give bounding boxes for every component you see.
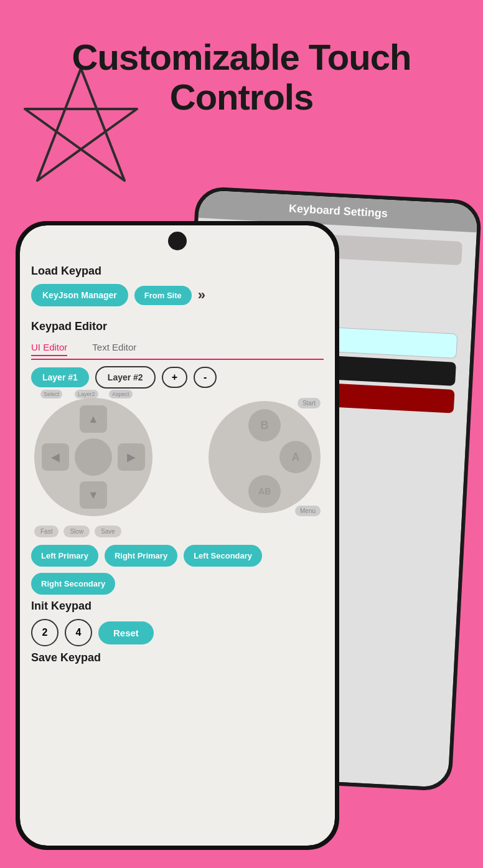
left-primary-button[interactable]: Left Primary [31, 545, 98, 567]
button-b[interactable]: B [248, 409, 281, 441]
hero-title-line2: Controls [170, 77, 313, 117]
tab-divider [31, 359, 324, 360]
layer1-button[interactable]: Layer #1 [31, 367, 89, 387]
right-primary-button[interactable]: Right Primary [105, 545, 177, 567]
from-site-button[interactable]: From Site [134, 286, 192, 305]
editor-tabs: UI Editor Text Editor [31, 342, 324, 356]
phone-content: Load Keypad KeyJson Manager From Site » … [20, 225, 335, 846]
button-ab[interactable]: AB [248, 475, 281, 507]
aspect-label[interactable]: Aspect [109, 390, 133, 399]
keyjson-manager-button[interactable]: KeyJson Manager [31, 284, 128, 306]
keyboard-settings-title: Keyboard Settings [288, 202, 388, 219]
layer2-button[interactable]: Layer #2 [95, 366, 156, 389]
color-buttons-row: Left Primary Right Primary Left Secondar… [31, 545, 324, 595]
tab-ui-editor[interactable]: UI Editor [31, 342, 67, 356]
init-keypad-row: 2 4 Reset [31, 619, 324, 646]
tab-text-editor[interactable]: Text Editor [92, 342, 136, 356]
dpad-container: Select Layer2 Aspect ▲ ▼ ◀ ▶ [34, 395, 152, 519]
reset-button[interactable]: Reset [98, 621, 154, 644]
keypad-editor-header: Keypad Editor [31, 315, 324, 339]
hero-title: Customizable Touch Controls [0, 37, 483, 117]
layer-row: Layer #1 Layer #2 + - [31, 366, 324, 389]
dpad-circle: ▲ ▼ ◀ ▶ [34, 398, 152, 516]
dpad-center [75, 438, 112, 476]
num1-button[interactable]: 2 [31, 619, 59, 646]
add-layer-button[interactable]: + [162, 367, 187, 388]
bottom-small-buttons: Fast Slow Save [34, 526, 324, 537]
fast-button[interactable]: Fast [34, 526, 59, 537]
keypad-editor-phone: Load Keypad KeyJson Manager From Site » … [16, 221, 339, 850]
dpad-up-button[interactable]: ▲ [80, 405, 107, 433]
phone-notch [168, 232, 187, 250]
action-buttons-container: Start B A AB Menu [209, 398, 321, 516]
gamepad-area: Select Layer2 Aspect ▲ ▼ ◀ ▶ Start B [31, 395, 324, 519]
keypad-editor-title: Keypad Editor [31, 320, 107, 333]
select-label[interactable]: Select [40, 390, 62, 399]
init-keypad-title: Init Keypad [31, 600, 324, 613]
save-button[interactable]: Save [95, 526, 121, 537]
load-keypad-row: KeyJson Manager From Site » [31, 284, 324, 306]
dpad-left-button[interactable]: ◀ [42, 443, 69, 471]
right-secondary-button[interactable]: Right Secondary [31, 573, 115, 595]
layer2-label[interactable]: Layer2 [75, 390, 98, 399]
menu-button[interactable]: Menu [295, 506, 321, 516]
dpad-down-button[interactable]: ▼ [80, 481, 107, 509]
save-keypad-title: Save Keypad [31, 651, 324, 664]
load-keypad-title: Load Keypad [31, 265, 324, 278]
button-a[interactable]: A [279, 441, 312, 473]
num2-button[interactable]: 4 [65, 619, 92, 646]
hero-title-line1: Customizable Touch [72, 37, 411, 77]
remove-layer-button[interactable]: - [194, 367, 217, 388]
left-secondary-button[interactable]: Left Secondary [184, 545, 262, 567]
dpad-right-button[interactable]: ▶ [118, 443, 145, 471]
slow-button[interactable]: Slow [63, 526, 90, 537]
start-button[interactable]: Start [298, 398, 321, 408]
more-options-button[interactable]: » [198, 287, 205, 303]
